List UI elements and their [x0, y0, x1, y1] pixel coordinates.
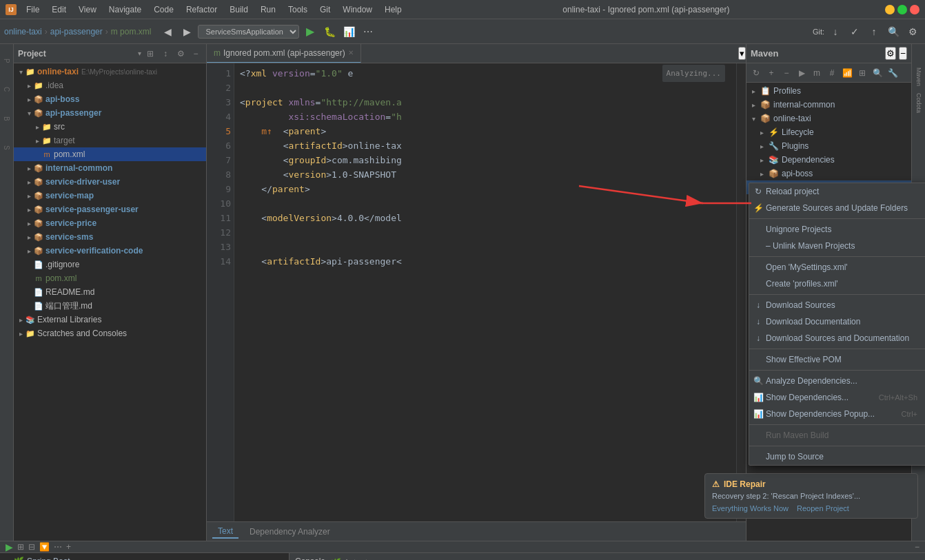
- editor-scrollbar[interactable]: [736, 63, 746, 521]
- cm-show-effective-pom[interactable]: Show Effective POM: [749, 351, 925, 368]
- close-button[interactable]: [910, 5, 919, 14]
- menu-view[interactable]: View: [73, 3, 102, 16]
- bookmarks-side-icon[interactable]: B: [1, 105, 12, 132]
- services-add-button[interactable]: +: [66, 542, 71, 552]
- project-sort-button[interactable]: ↕: [159, 48, 172, 60]
- menu-help[interactable]: Help: [379, 3, 407, 16]
- forward-button[interactable]: ▶: [179, 23, 195, 40]
- git-update-button[interactable]: ↓: [827, 23, 844, 40]
- tree-item-src[interactable]: ▸ 📁 src: [14, 120, 206, 134]
- cm-show-dependencies-popup[interactable]: 📊 Show Dependencies Popup... Ctrl+: [749, 406, 925, 422]
- maven-offline-button[interactable]: 📶: [840, 66, 854, 80]
- maven-more-button[interactable]: 🔧: [886, 66, 899, 80]
- cm-unlink-maven-projects[interactable]: – Unlink Maven Projects: [749, 238, 925, 254]
- console-tab[interactable]: Console: [295, 557, 325, 561]
- tree-item-readme[interactable]: ▸ 📄 README.md: [14, 285, 206, 299]
- cm-open-mysettings[interactable]: Open 'MySettings.xml': [749, 259, 925, 276]
- ide-repair-link-2[interactable]: Reopen Project: [797, 504, 849, 512]
- menu-refactor[interactable]: Refactor: [181, 3, 223, 16]
- tree-item-api-passenger[interactable]: ▾ 📦 api-passenger: [14, 106, 206, 120]
- services-item-spring-boot[interactable]: ▾ 🌿 Spring Boot: [0, 554, 289, 560]
- maven-skip-button[interactable]: #: [825, 66, 839, 80]
- maven-side-label[interactable]: Maven: [914, 65, 924, 89]
- project-layout-button[interactable]: ⊞: [144, 48, 156, 60]
- editor-tabs-menu[interactable]: ▾: [738, 47, 746, 60]
- tree-item-service-sms[interactable]: ▸ 📦 service-sms: [14, 230, 206, 244]
- tree-item-idea[interactable]: ▸ 📁 .idea: [14, 79, 206, 92]
- codota-side-label[interactable]: Codota: [914, 90, 924, 116]
- tree-item-pom-xml[interactable]: ▸ m pom.xml: [14, 147, 206, 161]
- cm-reload-project[interactable]: ↻ Reload project: [749, 183, 925, 200]
- services-more-button[interactable]: ⋯: [54, 542, 62, 552]
- cm-download-documentation[interactable]: ↓ Download Documentation: [749, 313, 925, 330]
- cm-jump-to-source[interactable]: Jump to Source: [749, 448, 925, 465]
- tree-item-service-price[interactable]: ▸ 📦 service-price: [14, 216, 206, 230]
- ide-repair-link-1[interactable]: Everything Works Now: [712, 504, 789, 512]
- tab-dependency-analyzer[interactable]: Dependency Analyzer: [244, 526, 336, 538]
- back-button[interactable]: ◀: [159, 23, 176, 40]
- git-commit-button[interactable]: ✓: [846, 23, 863, 40]
- breadcrumb-file[interactable]: m pom.xml: [111, 27, 152, 37]
- tree-item-gitignore[interactable]: ▸ 📄 .gitignore: [14, 258, 206, 271]
- cm-unignore-projects[interactable]: Unignore Projects: [749, 221, 925, 238]
- maven-item-plugins[interactable]: ▸ 🔧 Plugins: [746, 139, 911, 153]
- maven-minimize-button[interactable]: −: [899, 47, 907, 60]
- maven-settings-button[interactable]: ⚙: [885, 47, 896, 60]
- tab-close-button[interactable]: ✕: [348, 49, 354, 56]
- tree-item-api-boss[interactable]: ▸ 📦 api-boss: [14, 92, 206, 106]
- tree-item-service-driver-user[interactable]: ▸ 📦 service-driver-user: [14, 175, 206, 189]
- tree-item-external-libraries[interactable]: ▸ 📚 External Libraries: [14, 313, 206, 326]
- cm-generate-sources[interactable]: ⚡ Generate Sources and Update Folders: [749, 200, 925, 216]
- cm-download-sources[interactable]: ↓ Download Sources: [749, 297, 925, 313]
- tree-item-service-verification-code[interactable]: ▸ 📦 service-verification-code: [14, 244, 206, 258]
- tree-item-portmanage[interactable]: ▸ 📄 端口管理.md: [14, 299, 206, 313]
- settings-button[interactable]: ⚙: [904, 23, 921, 40]
- menu-navigate[interactable]: Navigate: [103, 3, 147, 16]
- actuator-tab[interactable]: 🌿Actuator: [331, 558, 375, 561]
- services-minimize-button[interactable]: −: [915, 542, 919, 552]
- maven-remove-button[interactable]: −: [780, 66, 793, 80]
- structure-side-icon[interactable]: S: [1, 134, 12, 161]
- tree-item-root-pom[interactable]: ▸ m pom.xml: [14, 271, 206, 285]
- cm-download-sources-and-docs[interactable]: ↓ Download Sources and Documentation: [749, 330, 925, 346]
- maven-item-profiles[interactable]: ▸ 📋 Profiles: [746, 84, 911, 98]
- services-collapse-button[interactable]: ⊟: [28, 542, 35, 552]
- project-minimize-button[interactable]: −: [190, 48, 202, 60]
- maven-collapse-button[interactable]: ⊞: [855, 66, 869, 80]
- tree-item-target[interactable]: ▸ 📁 target: [14, 134, 206, 147]
- git-push-button[interactable]: ↑: [866, 23, 882, 40]
- debug-button[interactable]: 🐛: [321, 23, 338, 40]
- menu-tools[interactable]: Tools: [283, 3, 313, 16]
- more-run-button[interactable]: ⋯: [360, 23, 376, 40]
- menu-window[interactable]: Window: [337, 3, 378, 16]
- project-gear-button[interactable]: ⚙: [174, 48, 187, 60]
- tree-item-service-passenger-user[interactable]: ▸ 📦 service-passenger-user: [14, 203, 206, 216]
- services-run-button[interactable]: ▶: [6, 541, 13, 552]
- code-editor[interactable]: Analyzing... <?xml version="1.0" e <proj…: [234, 63, 736, 521]
- menu-code[interactable]: Code: [148, 3, 179, 16]
- services-filter-button[interactable]: 🔽: [39, 542, 50, 552]
- tree-item-scratches[interactable]: ▸ 📁 Scratches and Consoles: [14, 326, 206, 340]
- maven-run-button[interactable]: ▶: [795, 66, 809, 80]
- cm-create-profiles[interactable]: Create 'profiles.xml': [749, 276, 925, 292]
- coverage-button[interactable]: 📊: [340, 23, 357, 40]
- app-selector[interactable]: ServiceSmsApplication: [198, 25, 299, 39]
- maven-search-button[interactable]: 🔍: [871, 66, 884, 80]
- breadcrumb-project[interactable]: online-taxi: [4, 27, 42, 37]
- maven-item-internal-common[interactable]: ▸ 📦 internal-common: [746, 98, 911, 112]
- menu-file[interactable]: File: [21, 3, 45, 16]
- tree-item-root[interactable]: ▾ 📁 online-taxi E:\MyProjects\online-tax…: [14, 65, 206, 79]
- menu-build[interactable]: Build: [224, 3, 254, 16]
- project-side-icon[interactable]: P: [1, 47, 12, 74]
- minimize-button[interactable]: [885, 5, 895, 14]
- services-layout-button[interactable]: ⊞: [17, 542, 24, 552]
- maximize-button[interactable]: [897, 5, 907, 14]
- tree-item-service-map[interactable]: ▸ 📦 service-map: [14, 189, 206, 203]
- menu-run[interactable]: Run: [255, 3, 281, 16]
- cm-analyze-dependencies[interactable]: 🔍 Analyze Dependencies...: [749, 373, 925, 389]
- maven-add-button[interactable]: +: [764, 66, 778, 80]
- maven-reload-button[interactable]: ↻: [749, 66, 763, 80]
- cm-show-dependencies[interactable]: 📊 Show Dependencies... Ctrl+Alt+Sh: [749, 389, 925, 406]
- editor-tab-pom[interactable]: m Ignored pom.xml (api-passenger) ✕: [207, 44, 361, 63]
- commit-side-icon[interactable]: C: [1, 76, 12, 103]
